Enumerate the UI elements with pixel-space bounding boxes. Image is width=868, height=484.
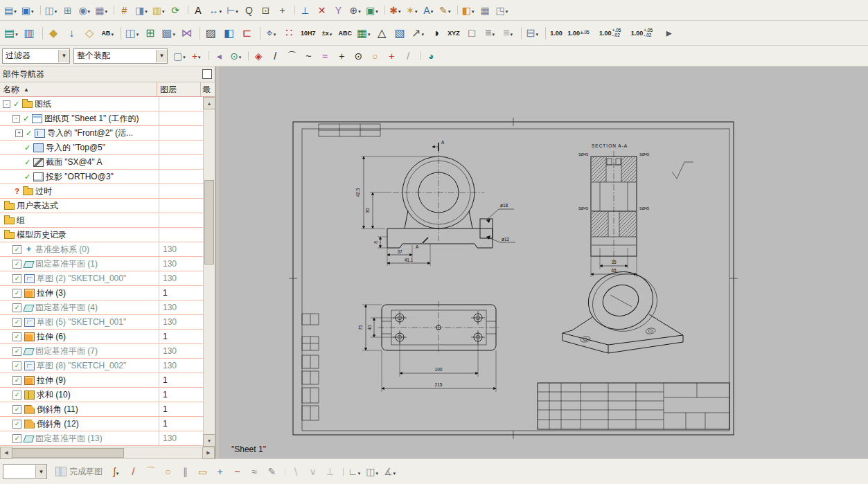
scroll-up-icon[interactable]: ▲ xyxy=(203,97,215,109)
ab-annotation-button[interactable]: AB xyxy=(99,24,116,43)
new-sheet-button[interactable]: ▤ xyxy=(2,2,19,18)
ordinate-button[interactable]: ⌖ xyxy=(263,24,280,43)
detail-view-button[interactable]: ◉ xyxy=(76,2,92,18)
tree-item[interactable]: 拉伸 (9) 1 xyxy=(0,373,204,388)
sheet-page-button[interactable]: ▥ xyxy=(150,2,167,18)
hole-callout-button[interactable]: 10H7 xyxy=(299,24,318,43)
note-list-button[interactable]: ≡ xyxy=(481,24,499,43)
rectangle-button[interactable]: ▭ xyxy=(195,464,211,480)
expander-toggle[interactable]: - xyxy=(12,115,20,123)
line-button[interactable]: / xyxy=(125,464,141,480)
tree-item[interactable]: 草图 (2) "SKETCH_000" 130 xyxy=(0,271,204,286)
status-mark[interactable] xyxy=(23,158,32,167)
text-abc-button[interactable]: ABC xyxy=(336,24,354,43)
status-mark[interactable] xyxy=(24,129,33,138)
dropdown-arrow-icon[interactable] xyxy=(367,28,371,38)
status-mark[interactable] xyxy=(12,274,21,283)
tree-item[interactable]: 导入的 "Top@5" xyxy=(0,141,204,155)
make-corner-button[interactable]: ⟂ xyxy=(322,464,338,480)
chevron-down-icon[interactable]: ▼ xyxy=(156,50,167,62)
dropdown-arrow-icon[interactable] xyxy=(393,467,396,477)
column-header-name[interactable]: 名称 ▲ xyxy=(0,82,157,96)
status-mark[interactable] xyxy=(12,347,21,356)
tree-item[interactable]: 固定基准平面 (1) 130 xyxy=(0,257,204,271)
dropdown-arrow-icon[interactable] xyxy=(116,467,119,477)
horizontal-scrollbar[interactable]: ◀ ▶ xyxy=(0,447,215,458)
dropdown-arrow-icon[interactable] xyxy=(172,28,175,38)
qf-sphere-button[interactable]: ◕ xyxy=(423,48,439,64)
quick-extend-button[interactable]: ∨ xyxy=(305,464,321,480)
selection-scope-button[interactable]: ▢ xyxy=(171,48,188,64)
datum-feature-button[interactable]: △ xyxy=(373,24,391,43)
quick-trim-button[interactable]: ∖ xyxy=(287,464,303,480)
status-mark[interactable] xyxy=(12,245,21,254)
dropdown-arrow-icon[interactable] xyxy=(104,5,107,15)
sheet-add-button[interactable]: ▥ xyxy=(21,24,38,43)
tree-item[interactable]: 模型历史记录 xyxy=(0,228,204,242)
status-mark[interactable] xyxy=(21,114,30,123)
dropdown-arrow-icon[interactable] xyxy=(15,28,18,38)
dim-tol-deviation-button[interactable]: 1.00 +.05 -.02 xyxy=(597,24,628,43)
dropdown-arrow-icon[interactable] xyxy=(509,28,513,38)
view-boundary-button[interactable]: ◧ xyxy=(220,24,238,43)
dropdown-arrow-icon[interactable] xyxy=(430,5,434,15)
status-mark[interactable] xyxy=(12,391,21,400)
dropdown-arrow-icon[interactable] xyxy=(30,5,34,15)
blank-box-button[interactable]: □ xyxy=(463,24,481,43)
dimension-button[interactable]: ↔ xyxy=(207,2,224,18)
dropdown-arrow-icon[interactable] xyxy=(161,5,165,15)
tree-item[interactable]: 草图 (5) "SKETCH_001" 130 xyxy=(0,315,204,330)
delete-button[interactable]: ✕ xyxy=(314,2,330,18)
dropdown-arrow-icon[interactable] xyxy=(471,5,475,15)
tree-item[interactable]: 拉伸 (6) 1 xyxy=(0,330,204,344)
zoom-button[interactable]: Q xyxy=(241,2,257,18)
scrollbar-thumb[interactable] xyxy=(204,180,214,265)
tree-item[interactable]: 过时 xyxy=(0,184,204,199)
selection-scope-combo[interactable]: 整个装配 ▼ xyxy=(73,48,168,64)
feature-points-button[interactable]: ∷ xyxy=(281,24,298,43)
xyz-button[interactable]: XYZ xyxy=(445,24,463,43)
front-view[interactable]: A A 42.5 30 8 37 41.1 xyxy=(355,140,515,266)
column-header-more[interactable]: 最 xyxy=(201,82,215,96)
view-window-button[interactable]: ◫ xyxy=(123,24,141,43)
scrollbar-thumb[interactable] xyxy=(12,448,124,458)
mirror-button[interactable]: ⋈ xyxy=(178,24,195,43)
tree-item[interactable]: + 导入的 "Front@2" (活... xyxy=(0,126,204,141)
status-mark[interactable] xyxy=(12,434,21,443)
status-mark[interactable] xyxy=(12,260,21,269)
dropdown-arrow-icon[interactable] xyxy=(448,5,451,15)
offset-curve-button[interactable]: ≈ xyxy=(247,464,263,480)
dropdown-arrow-icon[interactable] xyxy=(182,51,186,61)
dropdown-arrow-icon[interactable] xyxy=(505,5,508,15)
vertical-scrollbar[interactable]: ▲ ▼ xyxy=(203,97,215,447)
point-on-curve-button[interactable]: + xyxy=(384,48,400,64)
finish-sketch-button[interactable]: 完成草图 xyxy=(51,463,107,481)
status-mark[interactable] xyxy=(23,143,32,152)
studio-spline-button[interactable]: ~ xyxy=(229,464,245,480)
dropdown-arrow-icon[interactable] xyxy=(144,5,148,15)
drawing-canvas[interactable]: A A 42.5 30 8 37 41.1 xyxy=(220,66,868,458)
margin-button[interactable]: ⊟ xyxy=(524,24,541,43)
rapid-dimension-button[interactable]: ⊢ xyxy=(224,2,240,18)
import-part-button[interactable]: ↓ xyxy=(63,24,80,43)
capture-button[interactable]: ⊙ xyxy=(228,48,244,64)
highlight-button[interactable]: + xyxy=(188,48,204,64)
tolerance-button[interactable]: ±x xyxy=(318,24,335,43)
isometric-view[interactable] xyxy=(563,265,683,353)
plan-view[interactable]: 75 40 100 215 xyxy=(358,301,499,392)
status-mark[interactable] xyxy=(12,332,21,341)
dropdown-arrow-icon[interactable] xyxy=(414,5,418,15)
cell-table-button[interactable]: ▦ xyxy=(355,24,373,43)
derived-line-button[interactable]: ∥ xyxy=(177,464,193,480)
tree-item[interactable]: 倒斜角 (12) 1 xyxy=(0,417,204,431)
text-button[interactable]: A xyxy=(191,2,206,18)
status-mark[interactable] xyxy=(12,405,21,414)
prism-button[interactable]: ◆ xyxy=(45,24,62,43)
tree-item[interactable]: 基准坐标系 (0) 130 xyxy=(0,242,204,257)
dropdown-arrow-icon[interactable] xyxy=(329,28,333,38)
snap-point-button[interactable]: ◈ xyxy=(251,48,267,64)
dim-tol-limit-button[interactable]: 1.00 +.05 -.02 xyxy=(629,24,660,43)
tree-item[interactable]: 固定基准平面 (7) 130 xyxy=(0,344,204,359)
tree-item[interactable]: - 图纸 xyxy=(0,97,204,111)
sketch-tool-button[interactable]: ✎ xyxy=(437,2,453,18)
